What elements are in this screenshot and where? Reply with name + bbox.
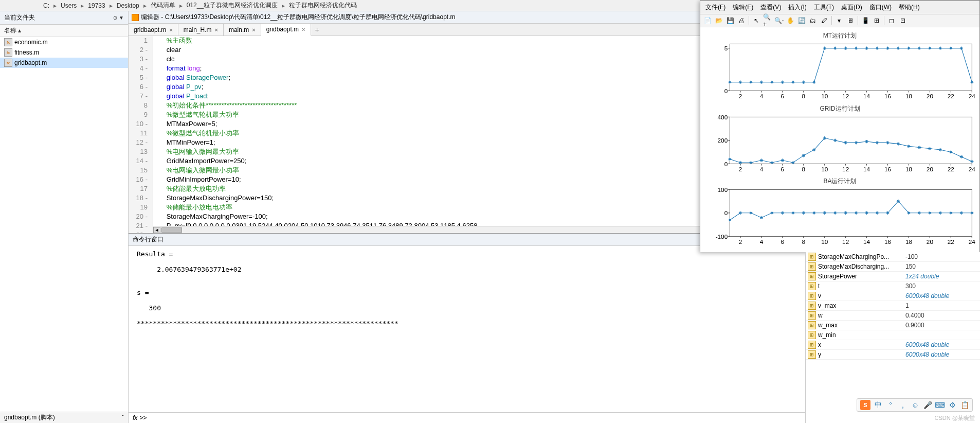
subplot-title: BA运行计划 (702, 177, 977, 186)
toolbar-button[interactable]: 🖥 (845, 15, 856, 26)
workspace-row[interactable]: ⊞w_min (806, 330, 980, 340)
toolbar-button[interactable]: ↖ (751, 15, 761, 26)
breadcrumb-item[interactable]: Users (59, 2, 79, 9)
toolbar-button[interactable]: 🔍+ (763, 15, 773, 26)
svg-text:16: 16 (884, 166, 892, 172)
breadcrumb-item[interactable]: 代码清单 (149, 1, 177, 10)
ime-button[interactable]: 中 (874, 400, 883, 410)
svg-text:18: 18 (905, 239, 913, 245)
workspace-row[interactable]: ⊞w0.4000 (806, 311, 980, 321)
figure-menu-item[interactable]: 编辑(E) (730, 2, 756, 13)
toolbar-button[interactable]: 📂 (714, 15, 724, 26)
ime-button[interactable]: , (898, 400, 908, 410)
toolbar-button[interactable]: ▾ (834, 15, 844, 26)
editor-tab[interactable]: gridbaopt.m× (261, 24, 311, 36)
svg-text:5: 5 (724, 45, 728, 51)
toolbar-button[interactable]: 💾 (725, 15, 735, 26)
ime-logo-icon[interactable]: S (860, 400, 870, 410)
tab-close-icon[interactable]: × (302, 26, 305, 32)
svg-text:22: 22 (948, 93, 954, 99)
line-gutter: 1 2 -3 -4 -5 -6 -7 -8 9 10 -11 12 -13 14… (129, 36, 153, 233)
file-item[interactable]: fxeconomic.m (0, 37, 128, 47)
file-list: fxeconomic.mfxfitness.mfxgridbaopt.m (0, 37, 128, 224)
toolbar-button[interactable]: 🗂 (808, 15, 818, 26)
workspace-row[interactable]: ⊞StorageMaxChargingPo...-100 (806, 252, 980, 262)
svg-text:4: 4 (760, 166, 764, 172)
svg-text:4: 4 (760, 239, 764, 245)
toolbar-button[interactable]: 📱 (860, 15, 870, 26)
var-icon: ⊞ (808, 302, 816, 310)
ime-button[interactable]: 🎤 (923, 400, 932, 410)
var-icon: ⊞ (808, 321, 816, 329)
var-icon: ⊞ (808, 331, 816, 339)
workspace-row[interactable]: ⊞v_max1 (806, 301, 980, 311)
svg-text:400: 400 (718, 113, 728, 120)
breadcrumb-item[interactable]: 19733 (86, 2, 107, 9)
workspace-row[interactable]: ⊞x6000x48 double (806, 340, 980, 350)
var-name: x (818, 341, 905, 348)
sidebar-dropdown-icon[interactable]: ⊙ ▼ (113, 15, 124, 21)
toolbar-button[interactable]: 🖊 (819, 15, 829, 26)
var-name: w_max (818, 322, 905, 329)
workspace-row[interactable]: ⊞w_max0.9000 (806, 321, 980, 330)
breadcrumb-item[interactable]: Desktop (115, 2, 141, 9)
breadcrumb-item[interactable]: 粒子群电网经济优化代码 (287, 1, 359, 10)
svg-text:12: 12 (842, 166, 849, 172)
ime-button[interactable]: 📋 (960, 400, 969, 410)
file-item[interactable]: fxgridbaopt.m (0, 58, 128, 68)
breadcrumb-item[interactable]: 012__粒子群微电网经济优化调度 (185, 1, 280, 10)
scroll-thumb[interactable] (161, 227, 182, 233)
var-name: v_max (818, 302, 905, 309)
file-name: fitness.m (14, 49, 39, 56)
svg-text:0: 0 (724, 87, 728, 94)
svg-text:14: 14 (863, 239, 870, 245)
tab-label: main.m (229, 26, 249, 33)
figure-menu-item[interactable]: 文件(F) (702, 2, 729, 13)
workspace-row[interactable]: ⊞t300 (806, 281, 980, 291)
toolbar-button[interactable]: 🖨 (736, 15, 747, 26)
toolbar-button[interactable]: 🔄 (796, 15, 807, 26)
editor-tab[interactable]: gridbaopt.m× (129, 24, 178, 36)
toolbar-button[interactable]: ◻ (886, 15, 897, 26)
breadcrumb-item[interactable]: C: (41, 2, 51, 9)
editor-tab[interactable]: main_H.m× (178, 24, 224, 36)
svg-text:0: 0 (724, 160, 728, 167)
figure-menu-item[interactable]: 窗口(W) (866, 2, 895, 13)
breadcrumb-sep-icon: ▸ (177, 2, 185, 9)
workspace-row[interactable]: ⊞StorageMaxDischarging...150 (806, 262, 980, 272)
figure-menu-item[interactable]: 工具(T) (811, 2, 837, 13)
expand-icon[interactable]: ˇ (122, 414, 124, 421)
tab-close-icon[interactable]: × (215, 27, 218, 33)
ime-button[interactable]: ⚙ (948, 400, 957, 410)
var-value: 150 (905, 263, 978, 270)
workspace-row[interactable]: ⊞y6000x48 double (806, 350, 980, 360)
subplot: GRID运行计划020040024681012141618202224 (702, 104, 977, 175)
figure-window[interactable]: 文件(F)编辑(E)查看(V)插入(I)工具(T)桌面(D)窗口(W)帮助(H)… (700, 0, 980, 252)
file-item[interactable]: fxfitness.m (0, 47, 128, 58)
sidebar-name-column[interactable]: 名称 ▴ (0, 25, 128, 37)
figure-menu-item[interactable]: 插入(I) (785, 2, 809, 13)
ime-button[interactable]: ☺ (911, 400, 920, 410)
svg-text:22: 22 (948, 239, 954, 245)
toolbar-button[interactable]: ⊡ (898, 15, 908, 26)
var-value: 6000x48 double (905, 341, 978, 348)
toolbar-button[interactable]: 🔍- (774, 15, 784, 26)
figure-menu-item[interactable]: 帮助(H) (896, 2, 923, 13)
ime-button[interactable]: ⌨ (935, 400, 945, 410)
figure-menu-item[interactable]: 查看(V) (757, 2, 784, 13)
ime-button[interactable]: ° (886, 400, 895, 410)
workspace-row[interactable]: ⊞StoragePower1x24 double (806, 272, 980, 281)
tab-add-button[interactable]: + (311, 25, 323, 35)
figure-menu-item[interactable]: 桌面(D) (838, 2, 865, 13)
toolbar-button[interactable]: ⊞ (872, 15, 882, 26)
scroll-left-icon[interactable]: ◄ (153, 227, 160, 233)
svg-text:20: 20 (927, 93, 934, 99)
editor-tab[interactable]: main.m× (224, 24, 261, 36)
tab-close-icon[interactable]: × (252, 27, 255, 33)
plot-svg: 0524681012141618202224 (702, 40, 977, 103)
toolbar-button[interactable]: ✋ (785, 15, 795, 26)
workspace-row[interactable]: ⊞v6000x48 double (806, 291, 980, 301)
toolbar-button[interactable]: 📄 (702, 15, 713, 26)
tab-close-icon[interactable]: × (169, 27, 172, 33)
ime-toolbar[interactable]: S中°,☺🎤⌨⚙📋 (857, 398, 973, 412)
